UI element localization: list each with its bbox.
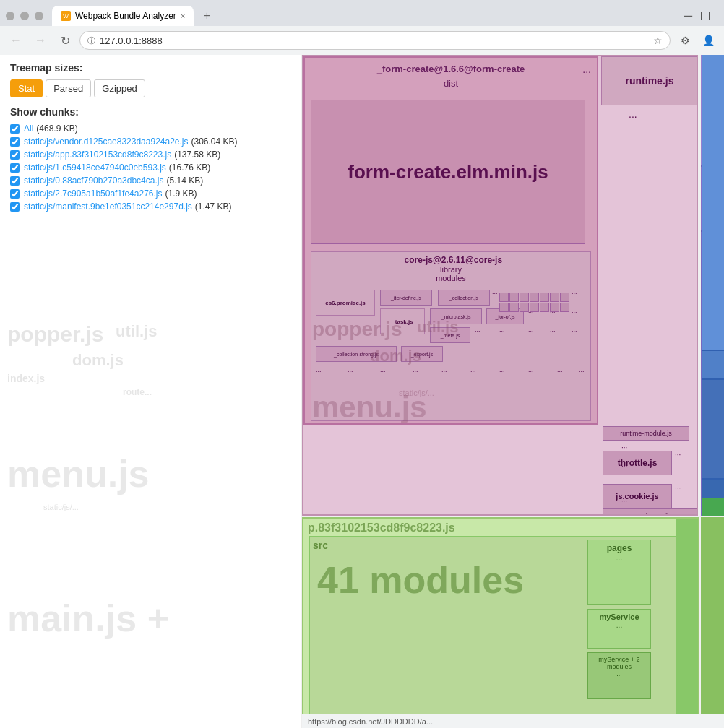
form-create-title: _form-create@1.6.6@form-create: [377, 64, 525, 74]
dots-row3-2: ···: [499, 327, 505, 334]
blue-section-4: [702, 480, 724, 498]
microtask-label: _microtask.js: [441, 314, 471, 319]
throttle-block[interactable]: throttle.js: [603, 451, 672, 475]
url-text: 127.0.0.1:8888: [100, 35, 649, 46]
core-js-block[interactable]: _core-js@2.6.11@core-js library modules …: [311, 251, 591, 421]
forward-button[interactable]: →: [30, 30, 51, 51]
close-window-button[interactable]: [35, 12, 43, 20]
chunk-checkbox-app[interactable]: [10, 150, 20, 160]
src-block[interactable]: src 41 modules pages ... myService ...: [309, 536, 678, 720]
form-create-dist: dist: [444, 78, 458, 89]
form-elm-block[interactable]: form-create.elm.min.js: [311, 100, 585, 244]
dots-cookie2: ···: [621, 497, 627, 505]
task-block[interactable]: _task.js: [380, 308, 425, 334]
browser-maximize-icon[interactable]: [701, 12, 710, 20]
chunk-size-manifest: (1.47 KB): [195, 202, 232, 212]
dots-bottom2: ···: [348, 368, 353, 375]
app-purple-strip2: [701, 517, 724, 728]
active-tab[interactable]: W Webpack Bundle Analyzer ×: [52, 6, 194, 26]
normalizer-label: component-normalizer.js: [619, 511, 681, 516]
chunk-size-vendor: (306.04 KB): [191, 136, 238, 147]
bg-menu-text: menu.js: [7, 452, 150, 495]
dots-collection: ···: [492, 290, 498, 297]
runtime-module-label: runtime-module.js: [620, 430, 672, 437]
dots-row3-3: ···: [528, 327, 534, 334]
dots-right3: ···: [572, 290, 577, 297]
chunk-checkbox-all[interactable]: [10, 124, 20, 134]
pages-dots: ...: [588, 553, 650, 562]
form-create-block[interactable]: _form-create@1.6.6@form-create dist ... …: [303, 56, 598, 425]
task-label: _task.js: [392, 318, 413, 325]
dots-row4-6: ···: [564, 346, 570, 353]
chunk-checkbox-manifest[interactable]: [10, 202, 20, 212]
gzipped-button[interactable]: Gzipped: [94, 79, 145, 98]
chunk-checkbox-vendor[interactable]: [10, 137, 20, 147]
chunk-list: All (468.9 KB) static/js/vendor.d125cae8…: [10, 124, 291, 212]
minimize-button[interactable]: [6, 12, 14, 20]
core-js-library: library: [311, 265, 590, 274]
dots-row4-4: ···: [517, 346, 523, 353]
stat-button[interactable]: Stat: [10, 79, 43, 98]
iter-block[interactable]: _iter-define.js: [380, 290, 432, 306]
treemap-visualization: static/js/vendor.dstatic/js/vendor.d125c…: [302, 55, 724, 728]
runtime-module-block[interactable]: runtime-module.js: [603, 426, 689, 441]
dots-row4-1: ···: [447, 346, 453, 353]
sidebar-panel: Treemap sizes: Stat Parsed Gzipped Show …: [0, 55, 302, 728]
chunk-item-vendor: static/js/vendor.d125cae8323daa924a2e.js…: [10, 136, 291, 147]
iter-label: _iter-define.js: [391, 295, 421, 300]
extensions-icon[interactable]: ⚙: [675, 30, 695, 51]
browser-actions: ⚙ 👤: [675, 30, 718, 51]
chunk-size-1: (16.76 KB): [169, 162, 210, 173]
dots-bottom10: ···: [579, 368, 585, 375]
myservice-block[interactable]: myService ...: [587, 609, 651, 649]
reload-button[interactable]: ↻: [55, 30, 75, 51]
size-buttons-group: Stat Parsed Gzipped: [10, 79, 291, 98]
bookmark-icon: ☆: [653, 35, 663, 46]
chunk-name-all: All: [24, 124, 33, 134]
tab-favicon: W: [61, 11, 71, 21]
meta-block[interactable]: _meta.js: [430, 327, 470, 343]
back-button[interactable]: ←: [6, 30, 26, 51]
runtime-block[interactable]: runtime.js: [601, 56, 698, 105]
chunk-checkbox-0[interactable]: [10, 176, 20, 186]
core-js-modules: modules: [311, 274, 590, 282]
parsed-button[interactable]: Parsed: [46, 79, 91, 98]
chunk-name-vendor: static/js/vendor.d125cae8323daa924a2e.js: [24, 136, 189, 147]
es6-block[interactable]: es6.promise.js: [316, 290, 375, 316]
coll-strong-block[interactable]: _collection-strong.js: [316, 346, 397, 362]
meta-label: _meta.js: [441, 333, 460, 338]
blue-section-1: [702, 55, 724, 351]
pages-block[interactable]: pages ...: [587, 540, 651, 604]
dots-bottom: ···: [316, 368, 322, 375]
profile-icon[interactable]: 👤: [698, 30, 718, 51]
app-chunk-block[interactable]: p.83f3102153cd8f9c8223.js src 41 modules…: [302, 517, 699, 728]
myservice2-block[interactable]: myService + 2 modules ...: [587, 652, 651, 699]
blue-green-section: [702, 498, 724, 516]
chunk-checkbox-2[interactable]: [10, 189, 20, 199]
chunk-checkbox-1[interactable]: [10, 163, 20, 173]
tab-bar: W Webpack Bundle Analyzer × + ─: [0, 0, 724, 26]
bg-route-text: route...: [123, 387, 152, 397]
dots-bottom3: ···: [380, 368, 386, 375]
dots-row3-4: ···: [550, 327, 556, 334]
close-tab-icon[interactable]: ×: [181, 12, 185, 20]
bg-index-text: index.js: [7, 373, 45, 384]
dots-row4-3: ···: [496, 346, 501, 353]
dots-row3-5: ···: [572, 327, 577, 334]
microtask-block[interactable]: _microtask.js: [430, 308, 482, 324]
vendor-chunk-block[interactable]: static/js/vendor.dstatic/js/vendor.d125c…: [302, 55, 698, 516]
normalizer-block[interactable]: component-normalizer.js: [603, 508, 698, 516]
new-tab-button[interactable]: +: [197, 6, 217, 26]
dots-near-runtime: ...: [629, 108, 637, 120]
chunk-name-1: static/js/1.c59418ce47940c0eb593.js: [24, 162, 166, 173]
browser-minimize-icon[interactable]: ─: [684, 9, 692, 22]
chunk-size-all: (468.9 KB): [36, 124, 77, 134]
chunk-size-app: (137.58 KB): [174, 150, 220, 160]
collection-block[interactable]: _collection.js: [438, 290, 490, 306]
maximize-button[interactable]: [20, 12, 29, 20]
window-controls: [6, 12, 43, 20]
export-block[interactable]: _export.js: [401, 346, 443, 362]
forof-label: _for-of.js: [495, 314, 514, 319]
cookie-block[interactable]: js.cookie.js: [603, 484, 672, 508]
address-bar[interactable]: ⓘ 127.0.0.1:8888 ☆: [79, 31, 671, 50]
